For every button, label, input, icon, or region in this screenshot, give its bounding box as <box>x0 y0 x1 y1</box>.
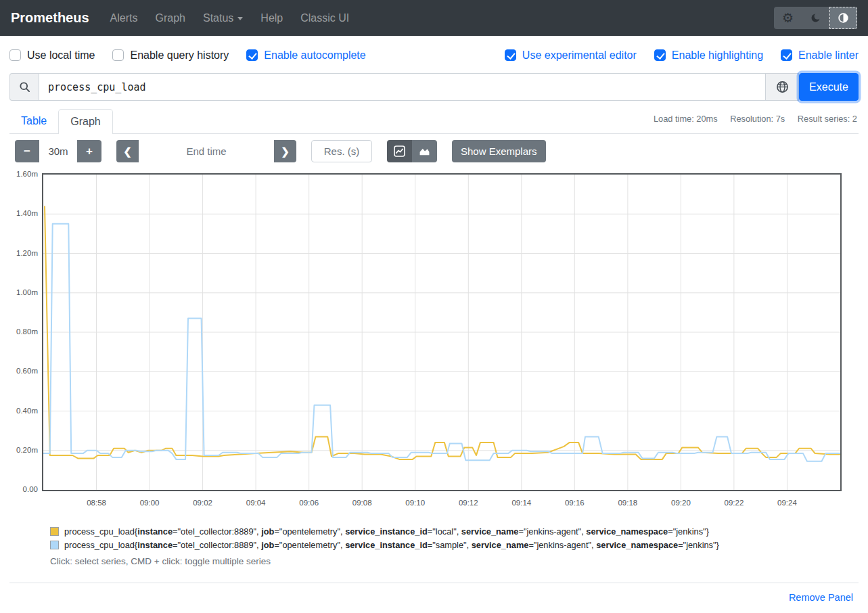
graph-controls: − + ❮ ❯ Show Exemplars <box>15 140 859 162</box>
end-time-group: ❮ ❯ <box>116 140 296 162</box>
tabs-row: Table Graph Load time: 20ms Resolution: … <box>9 109 859 134</box>
checkbox-enable-linter[interactable]: Enable linter <box>781 49 859 62</box>
y-tick-label: 0.80m <box>9 327 38 336</box>
checkbox-icon <box>654 49 666 61</box>
x-tick-label: 09:16 <box>554 499 595 507</box>
options-right: Use experimental editor Enable highlight… <box>505 49 859 62</box>
chart-type-toggle <box>387 140 437 162</box>
stacked-chart-button[interactable] <box>412 140 437 162</box>
show-exemplars-button[interactable]: Show Exemplars <box>452 140 546 162</box>
theme-light-button[interactable]: ⚙ <box>774 7 802 29</box>
metrics-explorer-button[interactable] <box>766 73 799 101</box>
circle-half-icon <box>838 12 849 24</box>
x-tick-label: 08:58 <box>76 499 117 507</box>
globe-icon <box>776 81 789 93</box>
checkbox-enable-autocomplete[interactable]: Enable autocomplete <box>246 49 365 62</box>
execute-button[interactable]: Execute <box>799 73 859 101</box>
x-tick-label: 09:08 <box>342 499 382 507</box>
range-input[interactable] <box>39 140 77 162</box>
search-icon <box>19 81 30 93</box>
time-forward-button[interactable]: ❯ <box>274 140 296 162</box>
x-tick-label: 09:22 <box>714 499 754 507</box>
checkbox-icon <box>9 49 21 61</box>
nav-link-graph[interactable]: Graph <box>147 12 194 24</box>
checkbox-use-experimental-editor[interactable]: Use experimental editor <box>505 49 637 62</box>
tab-table[interactable]: Table <box>9 109 58 133</box>
y-tick-label: 0.00 <box>9 485 38 493</box>
x-tick-label: 09:04 <box>235 499 276 507</box>
query-input[interactable] <box>39 73 766 101</box>
remove-panel-link[interactable]: Remove Panel <box>789 592 853 603</box>
search-addon <box>9 73 39 101</box>
end-time-input[interactable] <box>139 140 274 162</box>
nav-link-classic-ui[interactable]: Classic UI <box>292 12 358 24</box>
legend-swatch-icon <box>50 541 59 549</box>
top-navbar: Prometheus Alerts Graph Status Help Clas… <box>0 0 868 36</box>
gear-icon: ⚙ <box>782 12 794 24</box>
line-chart-button[interactable] <box>387 140 412 162</box>
nav-link-alerts[interactable]: Alerts <box>101 12 147 24</box>
chevron-down-icon <box>237 17 243 20</box>
legend-hint: Click: select series, CMD + click: toggl… <box>50 556 859 566</box>
range-group: − + <box>15 140 101 162</box>
x-tick-label: 09:02 <box>183 499 223 507</box>
chart-canvas <box>43 175 840 490</box>
resolution-input[interactable] <box>311 140 372 162</box>
checkbox-use-local-time[interactable]: Use local time <box>9 49 95 62</box>
resolution: Resolution: 7s <box>730 114 785 124</box>
panel-footer: Remove Panel <box>9 583 859 604</box>
nav-link-status[interactable]: Status <box>194 12 252 24</box>
app-brand[interactable]: Prometheus <box>11 10 89 26</box>
y-tick-label: 1.40m <box>9 209 38 217</box>
legend-item[interactable]: process_cpu_load{instance="otel_collecto… <box>50 539 859 552</box>
legend-item[interactable]: process_cpu_load{instance="otel_collecto… <box>50 525 859 539</box>
x-tick-label: 09:24 <box>767 499 807 507</box>
checkbox-enable-query-history[interactable]: Enable query history <box>112 49 229 62</box>
y-tick-label: 1.20m <box>9 249 38 257</box>
x-tick-label: 09:18 <box>608 499 648 507</box>
area-chart-icon <box>419 145 430 157</box>
theme-toggle-group: ⚙ <box>774 7 857 29</box>
y-tick-label: 1.60m <box>9 170 38 178</box>
nav-link-help[interactable]: Help <box>252 12 292 24</box>
theme-dark-button[interactable] <box>802 7 829 29</box>
x-tick-label: 09:12 <box>448 499 488 507</box>
time-back-button[interactable]: ❮ <box>116 140 139 162</box>
legend-swatch-icon <box>50 527 59 536</box>
checkbox-icon <box>505 49 516 61</box>
x-tick-label: 09:10 <box>395 499 436 507</box>
theme-auto-button[interactable] <box>829 7 857 29</box>
legend-label: process_cpu_load{instance="otel_collecto… <box>64 526 709 537</box>
checkbox-icon <box>112 49 124 61</box>
y-tick-label: 0.40m <box>9 407 38 415</box>
query-stats: Load time: 20ms Resolution: 7s Result se… <box>643 114 857 124</box>
options-left: Use local time Enable query history Enab… <box>9 49 384 62</box>
result-series: Result series: 2 <box>798 114 857 124</box>
load-time: Load time: 20ms <box>654 114 718 124</box>
range-increase-button[interactable]: + <box>77 140 101 162</box>
tab-graph[interactable]: Graph <box>58 109 112 134</box>
query-bar: Execute <box>9 73 859 101</box>
chart-legend: process_cpu_load{instance="otel_collecto… <box>50 525 859 566</box>
range-decrease-button[interactable]: − <box>15 140 39 162</box>
chart-area: 0.000.20m0.40m0.60m0.80m1.00m1.20m1.40m1… <box>9 173 859 513</box>
checkbox-enable-highlighting[interactable]: Enable highlighting <box>654 49 763 62</box>
moon-icon <box>810 12 821 24</box>
x-tick-label: 09:00 <box>129 499 170 507</box>
x-tick-label: 09:14 <box>501 499 542 507</box>
chart-plot[interactable] <box>42 173 842 491</box>
x-tick-label: 09:20 <box>660 499 701 507</box>
line-chart-icon <box>394 145 405 157</box>
checkbox-icon <box>781 49 792 61</box>
checkbox-icon <box>246 49 258 61</box>
y-tick-label: 0.20m <box>9 446 38 454</box>
legend-label: process_cpu_load{instance="otel_collecto… <box>64 540 719 550</box>
y-tick-label: 0.60m <box>9 367 38 375</box>
options-row: Use local time Enable query history Enab… <box>9 47 859 64</box>
y-tick-label: 1.00m <box>9 288 38 296</box>
x-tick-label: 09:06 <box>289 499 329 507</box>
